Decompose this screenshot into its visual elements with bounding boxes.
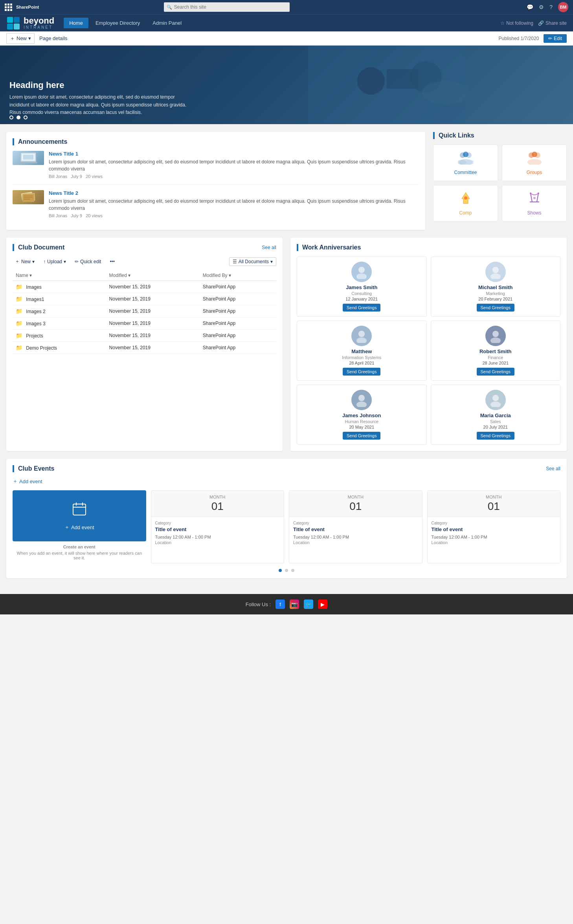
quick-link-groups[interactable]: Groups (502, 145, 567, 181)
event-card[interactable]: Month 01 Category Title of event Tuesday… (427, 490, 561, 563)
logo-beyond: beyond (24, 16, 54, 25)
anniversaries-title: Work Anniversaries (297, 244, 560, 251)
doc-quick-edit-button[interactable]: ✏ Quick edit (72, 257, 103, 266)
col-name[interactable]: Name ▾ (13, 270, 106, 281)
club-events-see-all[interactable]: See all (546, 466, 560, 471)
event-card-body: Category Title of event Tuesday 12:00 AM… (151, 517, 284, 549)
search-input[interactable] (164, 2, 290, 12)
nav-item-admin-panel[interactable]: Admin Panel (147, 18, 187, 28)
topbar-logo: SharePoint (5, 4, 39, 11)
svg-point-42 (356, 337, 367, 343)
send-greetings-button[interactable]: Send Greetings (477, 432, 514, 440)
svg-rect-7 (387, 69, 418, 89)
work-anniversaries-section: Work Anniversaries James Smith Consultin… (290, 238, 567, 451)
doc-more-button[interactable]: ••• (107, 257, 117, 266)
user-avatar[interactable]: BM (558, 2, 568, 12)
folder-icon: 📁 (16, 320, 22, 326)
svg-point-41 (358, 331, 365, 337)
anniversary-date: 28 June 2021 (482, 361, 509, 365)
event-card[interactable]: Month 01 Category Title of event Tuesday… (289, 490, 422, 563)
edit-button[interactable]: ✏ Edit (544, 34, 567, 43)
new-button[interactable]: ＋ New ▾ (6, 33, 35, 44)
facebook-icon[interactable]: f (275, 600, 285, 609)
twitter-icon[interactable]: 🐦 (304, 600, 313, 609)
svg-rect-1 (14, 17, 20, 23)
table-row[interactable]: 📁 Images 3 November 15, 2019 SharePoint … (13, 317, 276, 330)
folder-icon: 📁 (16, 308, 22, 314)
page-actions-right: Published 1/7/2020 ✏ Edit (499, 34, 567, 43)
send-greetings-button[interactable]: Send Greetings (343, 432, 380, 440)
search-icon: 🔍 (167, 5, 172, 10)
share-site-btn[interactable]: 🔗 Share site (538, 20, 567, 26)
add-event-link[interactable]: ＋ Add event (13, 478, 42, 485)
col-modified[interactable]: Modified ▾ (106, 270, 200, 281)
svg-point-38 (356, 273, 367, 279)
doc-new-button[interactable]: ＋ New ▾ (13, 257, 37, 266)
chat-icon[interactable]: 💬 (527, 4, 533, 10)
anniversary-avatar (351, 326, 372, 346)
table-row[interactable]: 📁 Demo Projects November 15, 2019 ShareP… (13, 342, 276, 354)
table-row[interactable]: 📁 Images1 November 15, 2019 SharePoint A… (13, 293, 276, 305)
col-modified-by[interactable]: Modified By ▾ (200, 270, 276, 281)
event-day: 01 (293, 500, 418, 513)
doc-toolbar: ＋ New ▾ ↑ Upload ▾ ✏ Quick edit ••• ☰ (13, 257, 276, 266)
committee-label: Committee (454, 170, 477, 175)
send-greetings-button[interactable]: Send Greetings (343, 368, 380, 376)
anniversary-name: Michael Smith (478, 284, 512, 290)
topbar-app-name: SharePoint (16, 5, 39, 9)
quick-link-shows[interactable]: Shows (502, 185, 567, 222)
folder-icon: 📁 (16, 345, 22, 351)
anniversary-avatar (351, 390, 372, 410)
folder-icon: 📁 (16, 296, 22, 302)
events-dot-3[interactable] (291, 569, 294, 572)
follow-us-label: Follow Us : (246, 601, 271, 607)
event-card[interactable]: Month 01 Category Title of event Tuesday… (151, 490, 285, 563)
events-dot-2[interactable] (285, 569, 288, 572)
table-row[interactable]: 📁 Images November 15, 2019 SharePoint Ap… (13, 281, 276, 293)
published-label: Published 1/7/2020 (499, 36, 539, 41)
sharepoint-grid-icon (5, 4, 12, 11)
all-docs-button[interactable]: ☰ All Documents ▾ (229, 257, 276, 266)
send-greetings-button[interactable]: Send Greetings (477, 368, 514, 376)
hero-dot-1[interactable] (9, 116, 13, 119)
youtube-icon[interactable]: ▶ (318, 600, 327, 609)
news-meta-2: Bill Jonas July 9 20 views (49, 213, 419, 218)
file-by-cell: SharePoint App (200, 293, 276, 305)
send-greetings-button[interactable]: Send Greetings (477, 304, 514, 312)
event-month: Month (155, 495, 280, 499)
file-modified-cell: November 15, 2019 (106, 330, 200, 342)
event-card-header: Month 01 (151, 491, 284, 517)
announcements-section: Announcements News Title 1 Lorem ipsum d… (6, 132, 425, 230)
plus-icon: ＋ (13, 478, 18, 485)
add-event-card[interactable]: ＋ Add event (13, 490, 146, 541)
svg-point-43 (492, 331, 499, 337)
hero-dot-3[interactable] (24, 116, 28, 119)
chevron-down-icon: ▾ (270, 259, 273, 264)
page-actions-left: ＋ New ▾ Page details (6, 33, 68, 44)
doc-upload-button[interactable]: ↑ Upload ▾ (41, 257, 68, 266)
hero-dot-2[interactable] (17, 116, 20, 119)
doc-table: Name ▾ Modified ▾ Modified By ▾ 📁 Images… (13, 270, 276, 354)
svg-rect-2 (7, 24, 13, 29)
file-modified-cell: November 15, 2019 (106, 281, 200, 293)
send-greetings-button[interactable]: Send Greetings (343, 304, 380, 312)
table-row[interactable]: 📁 Images 2 November 15, 2019 SharePoint … (13, 305, 276, 317)
file-name-cell: 📁 Projects (13, 330, 106, 342)
page-details-button[interactable]: Page details (39, 35, 68, 41)
club-doc-see-all[interactable]: See all (262, 245, 276, 250)
table-row[interactable]: 📁 Projects November 15, 2019 SharePoint … (13, 330, 276, 342)
svg-point-21 (463, 152, 468, 157)
help-icon[interactable]: ? (549, 4, 553, 10)
events-dot-1[interactable] (279, 569, 282, 572)
svg-point-39 (492, 267, 499, 273)
instagram-icon[interactable]: 📷 (290, 600, 299, 609)
file-name-cell: 📁 Demo Projects (13, 342, 106, 354)
settings-icon[interactable]: ⚙ (539, 4, 544, 10)
quick-link-comp[interactable]: Comp (433, 185, 498, 222)
event-location: Location (155, 540, 280, 545)
nav-item-home[interactable]: Home (64, 18, 88, 28)
quick-link-committee[interactable]: Committee (433, 145, 498, 181)
nav-item-employee-directory[interactable]: Employee Directory (90, 18, 145, 28)
not-following-btn[interactable]: ☆ Not following (500, 20, 533, 26)
add-event-card-wrapper: ＋ Add event Create an event When you add… (13, 490, 146, 563)
